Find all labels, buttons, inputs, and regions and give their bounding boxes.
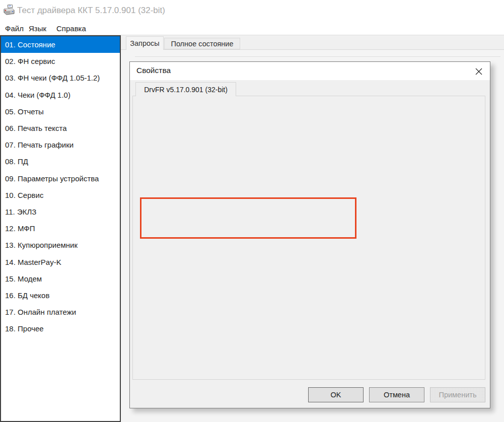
dialog-title: Свойства (136, 66, 171, 75)
tab-full-state[interactable]: Полное состояние (164, 38, 240, 49)
sidebar-item-bill-acceptor[interactable]: 13. Купюроприемник (1, 237, 120, 253)
printer-icon (3, 5, 15, 16)
ok-button[interactable]: OK (308, 387, 364, 402)
sidebar-item-fn-receipts[interactable]: 03. ФН чеки (ФФД 1.05-1.2) (1, 69, 120, 86)
tab-requests[interactable]: Запросы (126, 36, 164, 50)
menu-file[interactable]: Файл (4, 23, 25, 34)
menu-help[interactable]: Справка (55, 23, 87, 34)
sidebar-item-receipts-ffd10[interactable]: 04. Чеки (ФФД 1.0) (1, 87, 120, 103)
menu-bar: Файл Язык Справка (0, 21, 504, 35)
sidebar-item-pd[interactable]: 08. ПД (1, 153, 120, 170)
sidebar-item-fn-service[interactable]: 02. ФН сервис (1, 53, 120, 69)
window-title: Тест драйвера ККТ 5.17.0.901 (32-bit) (17, 6, 165, 16)
tab-drvfr[interactable]: DrvFR v5.17.0.901 (32-bit) (135, 82, 236, 96)
window-titlebar: Тест драйвера ККТ 5.17.0.901 (32-bit) (0, 0, 504, 21)
sidebar-item-print-graphics[interactable]: 07. Печать графики (1, 136, 120, 153)
app-window: Тест драйвера ККТ 5.17.0.901 (32-bit) Фа… (0, 0, 504, 422)
drvfr-tab-page (132, 96, 485, 380)
cancel-button[interactable]: Отмена (369, 387, 424, 402)
background-groupbox-line (135, 56, 500, 57)
sidebar-item-service[interactable]: 10. Сервис (1, 187, 120, 203)
sidebar-item-other[interactable]: 18. Прочее (1, 320, 120, 337)
menu-language[interactable]: Язык (28, 23, 47, 34)
section-list: 01. Состояние 02. ФН сервис 03. ФН чеки … (0, 35, 121, 422)
dialog-titlebar: Свойства (130, 62, 490, 80)
sidebar-item-print-text[interactable]: 06. Печать текста (1, 120, 120, 136)
sidebar-item-receipt-db[interactable]: 16. БД чеков (1, 287, 120, 304)
sidebar-item-masterpay[interactable]: 14. MasterPay-K (1, 253, 120, 270)
properties-dialog: Свойства DrvFR v5.17.0.901 (32-bit) Логи… (129, 61, 490, 408)
apply-button: Применить (430, 387, 485, 402)
sidebar-item-reports[interactable]: 05. Отчеты (1, 103, 120, 120)
sidebar-item-mfp[interactable]: 12. МФП (1, 220, 120, 237)
sidebar-item-eklz[interactable]: 11. ЭКЛЗ (1, 203, 120, 220)
sidebar-item-status[interactable]: 01. Состояние (1, 36, 120, 53)
sidebar-item-device-params[interactable]: 09. Параметры устройства (1, 170, 120, 187)
sidebar-item-modem[interactable]: 15. Модем (1, 270, 120, 287)
close-icon[interactable] (472, 66, 485, 77)
sidebar-item-online-payments[interactable]: 17. Онлайн платежи (1, 304, 120, 320)
